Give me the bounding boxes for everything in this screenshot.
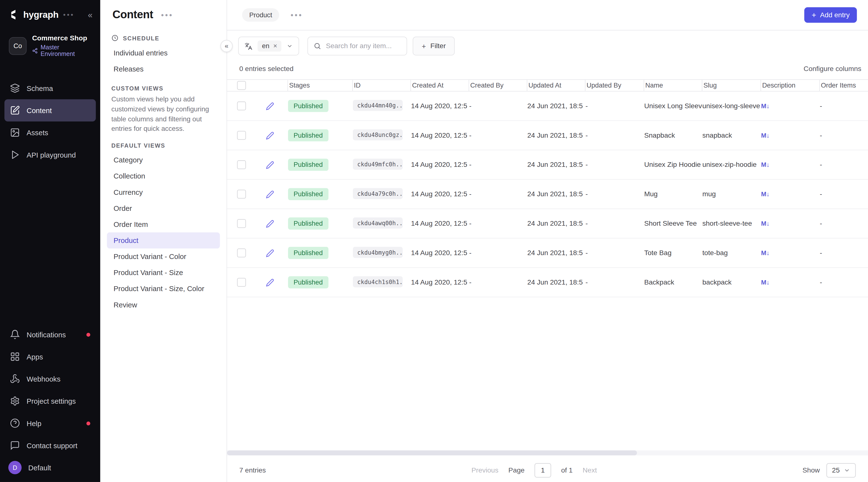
- chevron-down-icon[interactable]: [286, 43, 293, 49]
- page-of-label: of 1: [561, 466, 573, 474]
- environment[interactable]: Master Environment: [32, 44, 91, 57]
- view-item-category[interactable]: Category: [107, 152, 220, 168]
- row-checkbox[interactable]: [237, 219, 246, 228]
- section-label: CUSTOM VIEWS: [111, 85, 163, 91]
- edit-entry-button[interactable]: [251, 278, 288, 286]
- project-switcher[interactable]: Co Commerce Shop Master Environment: [0, 27, 100, 60]
- table-row[interactable]: Published ckdu44mn40g... 14 Aug 2020, 12…: [227, 91, 868, 121]
- row-checkbox[interactable]: [237, 278, 246, 287]
- model-menu-dots[interactable]: ●●●: [290, 12, 303, 18]
- panel-header: Content ●●●: [111, 0, 215, 27]
- sidebar-nav: Schema Content Assets API playground: [0, 77, 100, 166]
- table-row[interactable]: Published ckdu48unc0gz... 14 Aug 2020, 1…: [227, 121, 868, 150]
- view-item-currency[interactable]: Currency: [107, 185, 220, 200]
- nav-label: Default: [28, 463, 51, 472]
- column-header-order-items[interactable]: Order Items: [820, 80, 868, 91]
- locale-select[interactable]: en ×: [238, 37, 300, 56]
- configure-columns-link[interactable]: Configure columns: [804, 65, 862, 73]
- sidebar-item-help[interactable]: Help: [4, 412, 96, 434]
- view-item-review[interactable]: Review: [107, 297, 220, 313]
- column-header-created-at[interactable]: Created At: [411, 80, 469, 91]
- view-item-product-variant-size-color[interactable]: Product Variant - Size, Color: [107, 281, 220, 297]
- edit-entry-button[interactable]: [251, 161, 288, 169]
- stage-cell: Published: [288, 218, 353, 230]
- page-size-value: 25: [832, 466, 840, 474]
- column-header-id[interactable]: ID: [353, 80, 411, 91]
- row-checkbox[interactable]: [237, 190, 246, 198]
- table-row[interactable]: Published ckdu49mfc0h... 14 Aug 2020, 12…: [227, 150, 868, 180]
- sidebar-item-webhooks[interactable]: Webhooks: [4, 368, 96, 390]
- model-chip[interactable]: Product: [242, 8, 280, 22]
- plus-icon: +: [812, 11, 816, 19]
- sidebar-item-schema[interactable]: Schema: [4, 77, 96, 99]
- schedule-item-releases[interactable]: Releases: [111, 61, 215, 77]
- sidebar-item-api-playground[interactable]: API playground: [4, 144, 96, 166]
- panel-menu-dots[interactable]: ●●●: [161, 12, 173, 18]
- edit-entry-button[interactable]: [251, 102, 288, 110]
- next-page-button[interactable]: Next: [583, 466, 597, 474]
- add-filter-button[interactable]: + Filter: [413, 37, 455, 56]
- column-header-description[interactable]: Description: [761, 80, 820, 91]
- edit-entry-button[interactable]: [251, 190, 288, 198]
- section-label: DEFAULT VIEWS: [111, 142, 165, 149]
- page-size-select[interactable]: 25: [827, 463, 856, 477]
- view-item-product-variant-color[interactable]: Product Variant - Color: [107, 249, 220, 264]
- scrollbar-thumb[interactable]: [227, 450, 637, 455]
- column-header-stages[interactable]: Stages: [288, 80, 353, 91]
- markdown-icon: M↓: [761, 103, 770, 109]
- row-checkbox-cell: [227, 131, 251, 140]
- description-cell: M↓: [761, 190, 820, 198]
- sidebar-item-assets[interactable]: Assets: [4, 121, 96, 143]
- view-item-order-item[interactable]: Order Item: [107, 217, 220, 232]
- sidebar-item-content[interactable]: Content: [4, 99, 96, 121]
- column-header-slug[interactable]: Slug: [702, 80, 761, 91]
- help-circle-icon: [10, 418, 20, 428]
- add-entry-button[interactable]: + Add entry: [804, 7, 857, 23]
- sidebar-item-apps[interactable]: Apps: [4, 346, 96, 368]
- view-item-order[interactable]: Order: [107, 200, 220, 217]
- table-row[interactable]: Published ckdu4awq00h... 14 Aug 2020, 12…: [227, 209, 868, 238]
- sidebar-bottom-nav: Notifications Apps Webhooks Project sett…: [0, 323, 100, 482]
- previous-page-button[interactable]: Previous: [471, 466, 498, 474]
- edit-entry-button[interactable]: [251, 131, 288, 139]
- sidebar-item-project-settings[interactable]: Project settings: [4, 390, 96, 412]
- sidebar-item-contact-support[interactable]: Contact support: [4, 434, 96, 456]
- status-badge: Published: [288, 218, 328, 230]
- remove-locale-icon[interactable]: ×: [273, 43, 277, 49]
- row-checkbox[interactable]: [237, 249, 246, 257]
- column-header-name[interactable]: Name: [644, 80, 702, 91]
- table-row[interactable]: Published ckdu4ch1s0h1... 14 Aug 2020, 1…: [227, 268, 868, 297]
- search-input[interactable]: [326, 42, 401, 50]
- column-header-updated-by[interactable]: Updated By: [586, 80, 644, 91]
- markdown-icon: M↓: [761, 279, 770, 285]
- collapse-panel-button[interactable]: «: [220, 40, 232, 52]
- table-row[interactable]: Published ckdu4bmyg0h... 14 Aug 2020, 12…: [227, 238, 868, 268]
- schedule-item-individual-entries[interactable]: Individual entries: [111, 45, 215, 61]
- edit-entry-button[interactable]: [251, 219, 288, 228]
- page-number-input[interactable]: [534, 463, 551, 477]
- page-title: Content: [113, 8, 153, 21]
- column-header-created-by[interactable]: Created By: [469, 80, 527, 91]
- sidebar-item-user-default[interactable]: D Default: [4, 456, 96, 479]
- row-checkbox[interactable]: [237, 131, 246, 140]
- edit-entry-button[interactable]: [251, 249, 288, 257]
- view-item-product-variant-size[interactable]: Product Variant - Size: [107, 265, 220, 281]
- collapse-sidebar-icon[interactable]: «: [88, 10, 93, 19]
- select-all-checkbox[interactable]: [237, 81, 246, 90]
- column-header-updated-at[interactable]: Updated At: [527, 80, 585, 91]
- main-content: Product ●●● + Add entry « en ×: [227, 0, 868, 482]
- row-checkbox[interactable]: [237, 102, 246, 110]
- created-by-cell: -: [469, 249, 527, 257]
- sidebar-item-notifications[interactable]: Notifications: [4, 323, 96, 346]
- locale-chip[interactable]: en ×: [258, 40, 282, 52]
- created-by-cell: -: [469, 102, 527, 110]
- sidebar-menu-dots[interactable]: ●●●: [63, 12, 74, 17]
- order-items-cell: -: [820, 249, 868, 257]
- nav-label: Schema: [27, 84, 53, 92]
- row-checkbox[interactable]: [237, 160, 246, 169]
- view-item-collection[interactable]: Collection: [107, 168, 220, 185]
- table-row[interactable]: Published ckdu4a79c0h... 14 Aug 2020, 12…: [227, 180, 868, 209]
- edit-square-icon: [10, 105, 20, 115]
- view-item-product[interactable]: Product: [107, 232, 220, 249]
- updated-at-cell: 24 Jun 2021, 18:5: [527, 249, 585, 257]
